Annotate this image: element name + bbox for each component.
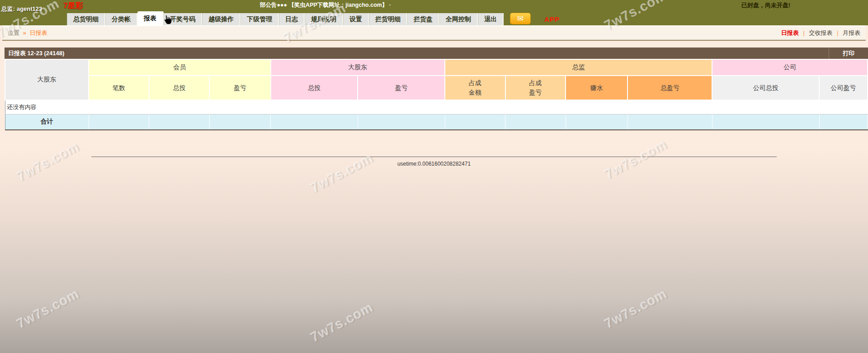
breadcrumb-separator: » — [23, 29, 26, 36]
column-header-share-pl: 占成 盈亏 — [505, 76, 566, 100]
report-title: 日报表 12-23 (24148) — [5, 49, 64, 57]
agent-account-label: 总监: agent123 — [1, 5, 42, 13]
table-sub-header-row: 笔数 总投 盈亏 总投 盈亏 占成 金额 占成 盈亏 赚水 总盈亏 公司总投 公… — [5, 76, 868, 100]
column-header-share-amount: 占成 金额 — [445, 76, 505, 100]
column-header-member-pl: 盈亏 — [209, 76, 270, 100]
total-cell — [271, 114, 358, 130]
total-cell — [819, 114, 868, 130]
betting-status: 已封盘，尚未开盘! — [741, 1, 790, 10]
column-header-company-pl: 公司盈亏 — [819, 76, 868, 100]
tab-zonghuo-mingxi[interactable]: 总货明细 — [67, 13, 105, 25]
link-divider: | — [803, 29, 804, 36]
announcement-marquee: 部公告●●● 【奖虫APP下载网址：jiangcho.com】 · — [260, 1, 391, 9]
column-header-sh-stake: 总投 — [271, 76, 358, 100]
report-type-links: 日报表 | 交收报表 | 月报表 — [781, 29, 860, 37]
group-header-company: 公司 — [712, 59, 868, 76]
print-button[interactable]: 打印 — [829, 48, 868, 59]
total-cell — [712, 114, 819, 130]
footer-divider — [91, 157, 777, 157]
link-monthly-report[interactable]: 月报表 — [843, 29, 860, 36]
tab-lanhuo-mingxi[interactable]: 拦货明细 — [369, 13, 407, 25]
tab-lanhuo-pan[interactable]: 拦货盘 — [407, 13, 439, 25]
tab-xiaji-guanli[interactable]: 下级管理 — [241, 13, 279, 25]
page: 总监: agent123 7星彩 部公告●●● 【奖虫APP下载网址：jiang… — [0, 0, 868, 353]
total-row: 合计 — [5, 114, 868, 130]
group-header-supervisor: 总监 — [445, 59, 712, 76]
main-nav: 总货明细 分类帐 报表 开奖号码 越级操作 下级管理 日志 规则说明 设置 拦货… — [67, 11, 560, 25]
tab-quanwang-kongzhi[interactable]: 全网控制 — [439, 13, 478, 25]
app-download-link[interactable]: APP — [544, 15, 560, 23]
column-header-commission: 赚水 — [566, 76, 627, 100]
link-settlement-report[interactable]: 交收报表 — [809, 29, 832, 36]
link-divider: | — [837, 29, 838, 36]
column-header-shareholder-axis: 大股东 — [5, 59, 89, 100]
top-header: 总监: agent123 7星彩 部公告●●● 【奖虫APP下载网址：jiang… — [0, 0, 868, 25]
watermark: 7w7s.com — [602, 286, 670, 331]
report-title-bar: 日报表 12-23 (24148) 打印 — [5, 48, 868, 59]
total-cell — [627, 114, 712, 130]
total-cell — [149, 114, 210, 130]
column-header-total-pl: 总盈亏 — [627, 76, 712, 100]
breadcrumb: 位置 » 日报表 — [8, 29, 47, 37]
usetime-text: usetime:0.0061600208282471 — [0, 161, 868, 167]
empty-state-row: 还没有内容 — [5, 100, 868, 114]
table-group-header-row: 大股东 会员 大股东 总监 公司 — [5, 59, 868, 76]
total-cell — [505, 114, 566, 130]
mouse-cursor-icon — [162, 14, 172, 26]
main-content: 日报表 12-23 (24148) 打印 大股东 会员 大股东 总监 公司 笔数 — [0, 41, 868, 167]
column-header-bet-count: 笔数 — [89, 76, 149, 100]
tab-tuichu[interactable]: 退出 — [478, 13, 504, 25]
lottery-name: 7星彩 — [63, 0, 83, 11]
tab-rizhi[interactable]: 日志 — [279, 13, 305, 25]
group-header-shareholder: 大股东 — [271, 59, 445, 76]
watermark: 7w7s.com — [14, 286, 82, 331]
tab-baobiao[interactable]: 报表 — [137, 11, 164, 25]
breadcrumb-location-label: 位置 — [8, 29, 19, 36]
watermark: 7w7s.com — [308, 299, 376, 345]
total-cell — [209, 114, 270, 130]
total-cell — [445, 114, 505, 130]
column-header-company-stake: 公司总投 — [712, 76, 819, 100]
tab-shezhi[interactable]: 设置 — [343, 13, 369, 25]
column-header-member-stake: 总投 — [149, 76, 210, 100]
total-label: 合计 — [5, 114, 89, 130]
mail-button[interactable]: ✉ — [510, 13, 531, 24]
tab-yueji-caozuo[interactable]: 越级操作 — [202, 13, 241, 25]
breadcrumb-current-page: 日报表 — [29, 29, 47, 36]
tab-guize-shuoming[interactable]: 规则说明 — [305, 13, 343, 25]
total-cell — [358, 114, 445, 130]
daily-report-table: 大股东 会员 大股东 总监 公司 笔数 总投 盈亏 总投 盈亏 占成 金额 占成… — [5, 59, 868, 130]
tab-fenleizhang[interactable]: 分类帐 — [105, 13, 137, 25]
group-header-member: 会员 — [89, 59, 271, 76]
empty-state-text: 还没有内容 — [5, 100, 868, 114]
breadcrumb-bar: 位置 » 日报表 日报表 | 交收报表 | 月报表 — [2, 25, 866, 41]
link-daily-report[interactable]: 日报表 — [781, 29, 799, 36]
column-header-sh-pl: 盈亏 — [358, 76, 445, 100]
total-cell — [566, 114, 627, 130]
envelope-icon: ✉ — [517, 14, 524, 24]
total-cell — [89, 114, 149, 130]
